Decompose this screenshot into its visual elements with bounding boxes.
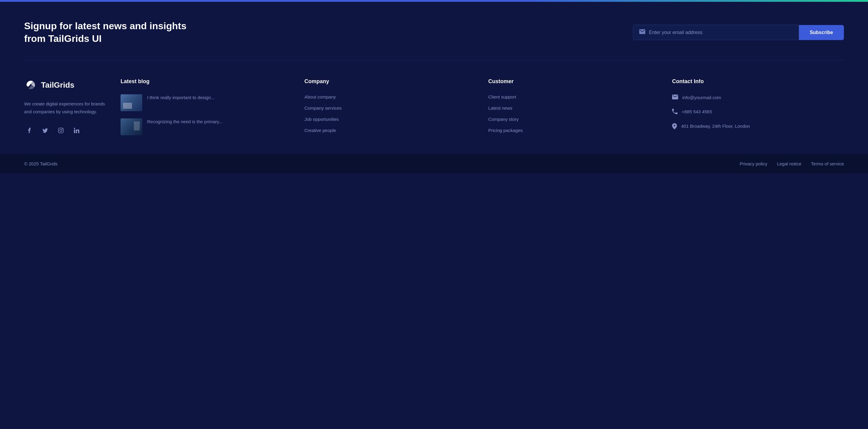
twitter-link[interactable] (40, 125, 51, 136)
social-links (24, 125, 108, 136)
customer-link-news[interactable]: Latest news (488, 105, 660, 110)
company-nav: About company Company services Job oppor… (304, 94, 476, 133)
company-title: Company (304, 78, 476, 85)
company-link-creative[interactable]: Creative people (304, 128, 476, 133)
brand-description: We create digital experiences for brands… (24, 100, 108, 116)
facebook-link[interactable] (24, 125, 35, 136)
company-column: Company About company Company services J… (304, 78, 476, 136)
blog-post-text-2: Recognizing the need is the primary... (147, 119, 223, 125)
copyright-text: © 2025 TailGrids (24, 161, 58, 166)
contact-column: Contact Info info@yourmail.com +885 543 … (672, 78, 844, 136)
newsletter-form: Subscribe (633, 25, 844, 40)
newsletter-title: Signup for latest news and insights from… (24, 20, 193, 45)
contact-address-text: 401 Broadway, 24th Floor, London (681, 123, 750, 130)
contact-items: info@yourmail.com +885 543 4565 401 Broa… (672, 94, 844, 131)
blog-posts-list: I think really important to design... Re… (121, 94, 292, 135)
blog-post-1[interactable]: I think really important to design... (121, 94, 292, 111)
customer-link-support[interactable]: Client support (488, 94, 660, 99)
blog-thumb-2 (121, 119, 142, 135)
contact-email: info@yourmail.com (672, 94, 844, 101)
bottom-links: Privacy policy Legal notice Terms of ser… (740, 161, 844, 166)
customer-column: Customer Client support Latest news Comp… (488, 78, 660, 136)
email-input-wrapper (633, 25, 799, 40)
contact-phone-text: +885 543 4565 (682, 108, 712, 116)
contact-mail-icon (672, 95, 678, 101)
svg-point-0 (24, 78, 37, 92)
blog-post-2[interactable]: Recognizing the need is the primary... (121, 119, 292, 135)
customer-title: Customer (488, 78, 660, 85)
tailgrids-logo-icon (24, 78, 37, 92)
customer-nav: Client support Latest news Company story… (488, 94, 660, 133)
customer-link-story[interactable]: Company story (488, 117, 660, 122)
footer-main: TailGrids We create digital experiences … (0, 60, 868, 154)
contact-phone-icon (672, 109, 678, 116)
contact-title: Contact Info (672, 78, 844, 85)
latest-blog-title: Latest blog (121, 78, 292, 85)
mail-icon (639, 29, 645, 36)
brand-logo: TailGrids (24, 78, 108, 92)
customer-link-pricing[interactable]: Pricing packages (488, 128, 660, 133)
company-link-jobs[interactable]: Job opportunities (304, 117, 476, 122)
email-input[interactable] (649, 30, 793, 35)
company-link-services[interactable]: Company services (304, 105, 476, 110)
brand-name: TailGrids (41, 80, 74, 90)
footer-bottom: © 2025 TailGrids Privacy policy Legal no… (0, 154, 868, 173)
subscribe-button[interactable]: Subscribe (799, 25, 844, 40)
latest-blog-column: Latest blog I think really important to … (121, 78, 292, 136)
linkedin-link[interactable] (71, 125, 82, 136)
contact-email-text: info@yourmail.com (682, 94, 721, 101)
company-link-about[interactable]: About company (304, 94, 476, 99)
newsletter-section: Signup for latest news and insights from… (0, 2, 868, 60)
brand-section: TailGrids We create digital experiences … (24, 78, 108, 136)
privacy-policy-link[interactable]: Privacy policy (740, 161, 767, 166)
blog-post-text-1: I think really important to design... (147, 94, 215, 101)
terms-of-service-link[interactable]: Terms of service (811, 161, 844, 166)
contact-address: 401 Broadway, 24th Floor, London (672, 123, 844, 131)
legal-notice-link[interactable]: Legal notice (777, 161, 801, 166)
instagram-link[interactable] (56, 125, 66, 136)
blog-thumb-1 (121, 94, 142, 111)
contact-phone: +885 543 4565 (672, 108, 844, 116)
contact-location-icon (672, 123, 677, 131)
